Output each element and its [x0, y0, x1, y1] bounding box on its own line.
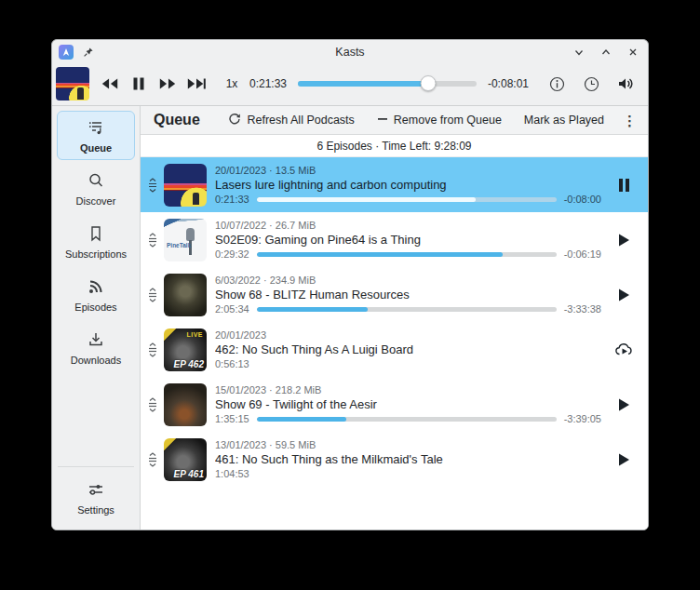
volume-button[interactable] [614, 73, 637, 95]
episode-remaining: -0:08:00 [564, 194, 601, 205]
minimize-button[interactable] [573, 47, 585, 58]
desktop: Kasts [0, 0, 700, 590]
page-title: Queue [154, 112, 200, 128]
sidebar-item-subscriptions[interactable]: Subscriptions [57, 217, 135, 266]
pause-episode-button[interactable] [607, 178, 640, 193]
sidebar-item-settings[interactable]: Settings [57, 473, 135, 522]
sidebar-item-label: Settings [77, 504, 114, 516]
episode-meta: 20/01/2023 [215, 329, 601, 341]
pause-button[interactable] [126, 71, 151, 97]
episode-duration: 1:04:53 [215, 468, 249, 479]
drag-handle-icon[interactable] [145, 233, 160, 248]
episode-title: S02E09: Gaming on Pine64 is a Thing [215, 233, 601, 247]
remove-from-queue-button[interactable]: Remove from Queue [370, 111, 509, 130]
episode-progress-bar [257, 307, 557, 312]
episode-duration: 0:56:13 [215, 358, 249, 369]
settings-icon [87, 480, 105, 501]
episode-progress-bar [257, 417, 557, 422]
episode-row[interactable]: 15/01/2023 · 218.2 MiB Show 69 - Twiligh… [141, 377, 648, 432]
episode-meta: 10/07/2022 · 26.7 MiB [215, 220, 601, 231]
episode-meta: 13/01/2023 · 59.5 MiB [215, 439, 601, 450]
queue-summary: 6 Episodes · Time Left: 9:28:09 [141, 135, 648, 157]
skip-forward-button[interactable] [183, 71, 209, 97]
seek-slider[interactable] [298, 75, 477, 92]
titlebar[interactable]: Kasts [52, 40, 648, 64]
overflow-menu-button[interactable]: ⋮ [619, 114, 640, 127]
seek-forward-button[interactable] [155, 71, 180, 97]
app-window: Kasts [51, 39, 649, 530]
episode-artwork [164, 274, 207, 316]
seek-slider-fill [298, 81, 428, 87]
sidebar-item-label: Discover [76, 195, 116, 207]
play-episode-button[interactable] [607, 397, 640, 412]
drag-handle-icon[interactable] [145, 397, 160, 412]
queue-icon [87, 118, 105, 139]
queue-summary-text: 6 Episodes · Time Left: 9:28:09 [316, 140, 471, 153]
close-button[interactable] [627, 47, 639, 58]
play-episode-button[interactable] [607, 452, 640, 467]
rss-icon [87, 277, 105, 298]
episode-position: 0:21:33 [215, 194, 249, 205]
episode-row[interactable]: EP 461 13/01/2023 · 59.5 MiB 461: No Suc… [141, 432, 648, 487]
remove-from-queue-label: Remove from Queue [394, 114, 502, 127]
seek-slider-handle[interactable] [421, 75, 437, 91]
page-header: Queue Refresh All Podcasts R [141, 106, 648, 135]
episode-row[interactable]: 20/01/2023 · 13.5 MiB Lasers lure lightn… [141, 157, 648, 212]
episode-row[interactable]: 6/03/2022 · 234.9 MiB Show 68 - BLITZ Hu… [141, 267, 648, 322]
drag-handle-icon[interactable] [145, 452, 160, 467]
episode-meta: 20/01/2023 · 13.5 MiB [215, 165, 601, 176]
app-icon [59, 45, 74, 60]
window-title: Kasts [52, 46, 648, 59]
sidebar-item-queue[interactable]: Queue [57, 111, 135, 160]
now-playing-artwork[interactable] [56, 67, 89, 101]
episode-artwork [164, 164, 207, 207]
pin-icon[interactable] [83, 47, 94, 58]
sidebar-item-discover[interactable]: Discover [57, 164, 135, 213]
sidebar-item-label: Episodes [74, 302, 116, 313]
play-episode-button[interactable] [607, 233, 640, 248]
sidebar-item-label: Downloads [71, 355, 121, 366]
episode-position: 1:35:15 [215, 413, 249, 424]
player-remaining: -0:08:01 [488, 77, 529, 90]
stream-episode-button[interactable] [607, 342, 640, 357]
episode-row[interactable]: PineTalk 10/07/2022 · 26.7 MiB S02E09: G… [141, 212, 648, 267]
episode-artwork: LIVE EP 462 [164, 329, 207, 371]
episode-progress-bar [257, 252, 557, 257]
episode-title: 461: No Such Thing as the Milkmaid's Tal… [215, 452, 601, 466]
episode-position: 0:29:32 [215, 248, 249, 260]
sidebar-item-label: Subscriptions [65, 248, 127, 260]
minus-icon [377, 114, 388, 127]
play-episode-button[interactable] [607, 288, 640, 302]
mark-as-played-label: Mark as Played [524, 114, 604, 127]
sidebar-divider [58, 466, 134, 467]
drag-handle-icon[interactable] [145, 288, 160, 302]
seek-backward-button[interactable] [97, 71, 122, 97]
episode-position: 2:05:34 [215, 303, 249, 315]
refresh-icon [228, 113, 241, 128]
playback-speed[interactable]: 1x [222, 77, 242, 90]
drag-handle-icon[interactable] [145, 178, 160, 193]
episode-artwork [164, 383, 207, 426]
episode-remaining: -3:39:05 [564, 413, 601, 424]
episode-remaining: -3:33:38 [564, 303, 601, 315]
episode-title: Show 68 - BLITZ Human Resources [215, 288, 601, 302]
episode-info-button[interactable] [545, 73, 568, 95]
episode-list: 20/01/2023 · 13.5 MiB Lasers lure lightn… [141, 157, 648, 530]
artwork-text: LIVE [186, 331, 203, 338]
sidebar-item-downloads[interactable]: Downloads [57, 323, 135, 372]
episode-title: 462: No Such Thing As A Luigi Board [215, 342, 601, 356]
toolbar: Refresh All Podcasts Remove from Queue M… [221, 110, 640, 131]
episode-artwork: EP 461 [164, 438, 207, 481]
episode-artwork: PineTalk [164, 219, 207, 261]
search-icon [87, 171, 105, 192]
maximize-button[interactable] [600, 47, 612, 58]
player-bar: 1x 0:21:33 -0:08:01 [52, 64, 648, 106]
episode-row[interactable]: LIVE EP 462 20/01/2023 462: No Such Thin… [141, 322, 648, 377]
refresh-all-podcasts-button[interactable]: Refresh All Podcasts [221, 110, 361, 131]
drag-handle-icon[interactable] [145, 342, 160, 357]
mark-as-played-button[interactable]: Mark as Played [517, 111, 612, 129]
sidebar-item-episodes[interactable]: Episodes [57, 270, 135, 319]
sidebar-item-label: Queue [80, 142, 112, 154]
episode-title: Lasers lure lightning and carbon computi… [215, 178, 601, 192]
sleep-timer-button[interactable] [580, 73, 602, 95]
